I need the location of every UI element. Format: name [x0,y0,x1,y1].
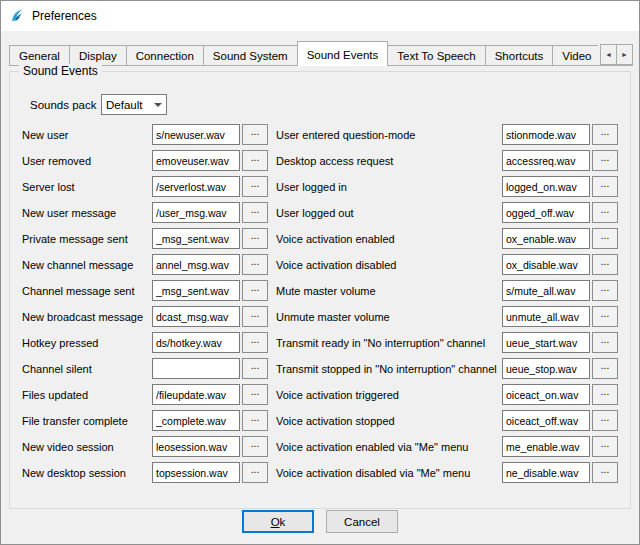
browse-button[interactable]: ... [242,124,268,145]
tab-shortcuts[interactable]: Shortcuts [485,45,554,65]
sound-file-input[interactable] [502,176,590,197]
browse-button[interactable]: ... [592,358,618,379]
sounds-pack-label: Sounds pack [30,99,101,111]
sound-file-input[interactable] [152,124,240,145]
sound-event-row: Voice activation triggered... [276,384,618,405]
sound-file-input[interactable] [152,384,240,405]
tab-scroll-right-button[interactable]: ► [616,44,633,65]
sound-event-row: Channel silent... [22,358,268,379]
cancel-button[interactable]: Cancel [326,510,398,533]
browse-button[interactable]: ... [592,176,618,197]
browse-button[interactable]: ... [592,280,618,301]
browse-button[interactable]: ... [242,202,268,223]
sound-event-row: New channel message... [22,254,268,275]
sound-file-input[interactable] [152,410,240,431]
browse-button[interactable]: ... [242,280,268,301]
sound-event-label: Channel message sent [22,285,150,297]
tab-connection[interactable]: Connection [126,45,204,65]
sound-event-row: Transmit ready in "No interruption" chan… [276,332,618,353]
sound-file-input[interactable] [152,176,240,197]
sound-file-input[interactable] [152,254,240,275]
sound-file-input[interactable] [152,462,240,483]
sounds-pack-value: Default [102,99,150,111]
browse-button[interactable]: ... [242,176,268,197]
browse-button[interactable]: ... [592,462,618,483]
sound-event-label: Channel silent [22,363,150,375]
sound-file-input[interactable] [152,436,240,457]
sound-event-row: Hotkey pressed... [22,332,268,353]
tab-text-to-speech[interactable]: Text To Speech [387,45,485,65]
sound-file-input[interactable] [152,150,240,171]
ok-button[interactable]: Ok [242,510,314,533]
browse-button[interactable]: ... [592,150,618,171]
sound-file-input[interactable] [502,202,590,223]
sound-event-row: User entered question-mode... [276,124,618,145]
sound-file-input[interactable] [152,202,240,223]
sound-file-input[interactable] [152,228,240,249]
sound-event-label: Voice activation triggered [276,389,500,401]
sound-event-row: Server lost... [22,176,268,197]
sound-event-row: Voice activation enabled... [276,228,618,249]
sound-event-label: New broadcast message [22,311,150,323]
sound-event-label: Transmit ready in "No interruption" chan… [276,337,500,349]
tab-list: GeneralDisplayConnectionSound SystemSoun… [9,41,633,66]
browse-button[interactable]: ... [592,124,618,145]
sound-event-row: Voice activation stopped... [276,410,618,431]
sound-file-input[interactable] [502,150,590,171]
sound-file-input[interactable] [502,384,590,405]
tab-sound-events[interactable]: Sound Events [297,41,389,66]
browse-button[interactable]: ... [592,202,618,223]
browse-button[interactable]: ... [242,254,268,275]
sound-event-label: Files updated [22,389,150,401]
tab-video[interactable]: Video [552,45,601,65]
browse-button[interactable]: ... [242,436,268,457]
sound-file-input[interactable] [502,254,590,275]
browse-button[interactable]: ... [242,306,268,327]
sound-file-input[interactable] [152,358,240,379]
sound-event-row: New user message... [22,202,268,223]
tab-sound-system[interactable]: Sound System [203,45,298,65]
sounds-pack-select[interactable]: Default [101,94,167,115]
sound-event-row: New video session... [22,436,268,457]
browse-button[interactable]: ... [592,254,618,275]
sound-event-label: User removed [22,155,150,167]
browse-button[interactable]: ... [242,410,268,431]
sound-file-input[interactable] [502,124,590,145]
sound-file-input[interactable] [152,306,240,327]
browse-button[interactable]: ... [592,332,618,353]
sound-file-input[interactable] [502,436,590,457]
tab-general[interactable]: General [9,45,70,65]
browse-button[interactable]: ... [242,462,268,483]
browse-button[interactable]: ... [242,384,268,405]
browse-button[interactable]: ... [592,306,618,327]
sound-file-input[interactable] [152,280,240,301]
sound-file-input[interactable] [502,358,590,379]
sound-event-label: New video session [22,441,150,453]
browse-button[interactable]: ... [592,410,618,431]
sound-event-label: Server lost [22,181,150,193]
sound-file-input[interactable] [502,228,590,249]
sound-file-input[interactable] [502,306,590,327]
tab-display[interactable]: Display [69,45,127,65]
sound-file-input[interactable] [502,410,590,431]
browse-button[interactable]: ... [242,358,268,379]
sound-event-row: New desktop session... [22,462,268,483]
tab-scroll-left-button[interactable]: ◄ [600,44,617,65]
browse-button[interactable]: ... [592,436,618,457]
browse-button[interactable]: ... [242,150,268,171]
sound-file-input[interactable] [502,280,590,301]
sound-event-row: Transmit stopped in "No interruption" ch… [276,358,618,379]
browse-button[interactable]: ... [242,332,268,353]
sounds-pack-row: Sounds pack Default [30,94,618,115]
sound-file-input[interactable] [502,332,590,353]
browse-button[interactable]: ... [592,384,618,405]
browse-button[interactable]: ... [242,228,268,249]
sound-event-columns: New user...User removed...Server lost...… [22,124,618,488]
browse-button[interactable]: ... [592,228,618,249]
sound-event-label: Private message sent [22,233,150,245]
sound-events-group: Sound Events Sounds pack Default New use… [9,71,631,509]
sound-file-input[interactable] [152,332,240,353]
sound-event-row: Voice activation disabled... [276,254,618,275]
sound-event-label: Desktop access request [276,155,500,167]
sound-file-input[interactable] [502,462,590,483]
